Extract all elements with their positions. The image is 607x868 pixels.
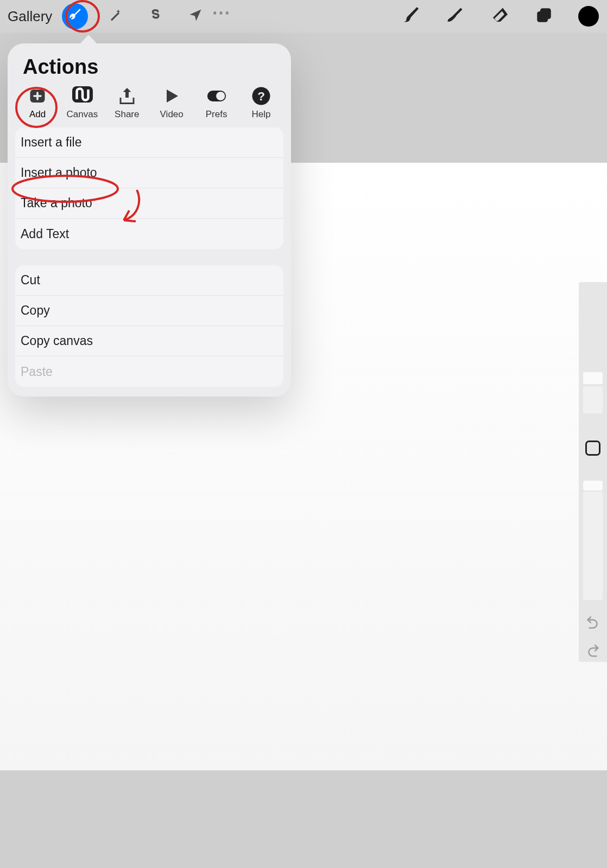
color-swatch-icon xyxy=(578,6,599,27)
more-dots[interactable]: ⋯ xyxy=(211,12,232,20)
tab-prefs[interactable]: Prefs xyxy=(198,86,236,120)
eraser-button[interactable] xyxy=(489,5,510,27)
smudge-icon xyxy=(445,5,465,27)
actions-wrench-button[interactable] xyxy=(62,3,88,29)
add-text-item[interactable]: Add Text xyxy=(15,219,283,249)
add-actions-list: Insert a file Insert a photo Take a phot… xyxy=(15,127,283,249)
play-icon xyxy=(162,86,181,106)
tab-label: Add xyxy=(29,109,46,120)
insert-photo-item[interactable]: Insert a photo xyxy=(15,158,283,188)
right-slider-rail xyxy=(579,282,607,662)
redo-button[interactable] xyxy=(584,644,602,662)
transform-button[interactable] xyxy=(182,3,208,29)
gallery-button[interactable]: Gallery xyxy=(8,8,52,25)
selection-button[interactable] xyxy=(142,3,168,29)
share-icon xyxy=(117,86,137,106)
brush-button[interactable] xyxy=(400,5,421,27)
layers-button[interactable] xyxy=(533,5,555,27)
tab-add[interactable]: Add xyxy=(18,86,56,120)
add-image-icon xyxy=(28,86,47,106)
top-toolbar: Gallery ⋯ xyxy=(0,0,607,33)
brush-size-slider[interactable] xyxy=(581,285,605,416)
magic-wand-icon xyxy=(108,8,123,25)
tab-video[interactable]: Video xyxy=(153,86,191,120)
tab-label: Help xyxy=(251,109,270,120)
eraser-icon xyxy=(490,5,509,27)
redo-icon xyxy=(585,644,601,662)
insert-file-item[interactable]: Insert a file xyxy=(15,127,283,158)
undo-button[interactable] xyxy=(584,616,602,634)
cut-item[interactable]: Cut xyxy=(15,265,283,296)
tab-label: Share xyxy=(115,109,139,120)
paste-item: Paste xyxy=(15,356,283,387)
selection-s-icon xyxy=(148,8,163,25)
toggle-icon xyxy=(207,86,226,106)
smudge-button[interactable] xyxy=(444,5,466,27)
actions-popover: Actions Add Canvas Share Video xyxy=(8,43,291,397)
tab-help[interactable]: ? Help xyxy=(242,86,280,120)
copy-canvas-item[interactable]: Copy canvas xyxy=(15,326,283,356)
modify-button[interactable] xyxy=(585,441,600,456)
take-photo-item[interactable]: Take a photo xyxy=(15,188,283,219)
copy-item[interactable]: Copy xyxy=(15,296,283,326)
svg-text:?: ? xyxy=(257,90,265,103)
tab-label: Video xyxy=(160,109,184,120)
brush-opacity-slider[interactable] xyxy=(581,481,605,600)
svg-rect-1 xyxy=(537,11,548,22)
popover-title: Actions xyxy=(8,43,291,86)
actions-tab-row: Add Canvas Share Video Prefs xyxy=(8,86,291,127)
help-icon: ? xyxy=(251,86,271,106)
wrench-icon xyxy=(67,8,83,25)
tab-canvas[interactable]: Canvas xyxy=(63,86,101,120)
tab-label: Canvas xyxy=(67,109,98,120)
canvas-icon xyxy=(72,86,92,106)
undo-icon xyxy=(585,616,601,634)
layers-icon xyxy=(535,6,553,27)
brush-icon xyxy=(401,5,420,27)
tab-share[interactable]: Share xyxy=(108,86,146,120)
clipboard-actions-list: Cut Copy Copy canvas Paste xyxy=(15,265,283,387)
adjustments-button[interactable] xyxy=(102,3,128,29)
arrow-icon xyxy=(188,8,203,25)
color-button[interactable] xyxy=(578,5,599,27)
svg-point-4 xyxy=(216,92,225,100)
tab-label: Prefs xyxy=(206,109,227,120)
